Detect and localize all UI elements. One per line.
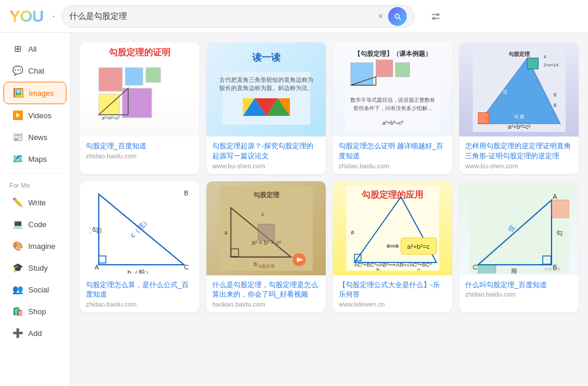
card6-svg: 勾股定理 b a c a² + b² = c² <box>216 186 316 271</box>
sidebar-item-social-label: Social <box>28 285 49 294</box>
card5-info: 勾股定理怎么算，是什么公式_百度知道 zhidao.baidu.com <box>80 275 199 313</box>
sidebar-item-add[interactable]: ➕ Add <box>4 322 66 344</box>
card2-info: 勾股定理起源？-探究勾股定理的起源写一篇议论文 www.bu-shen.com <box>206 137 326 174</box>
sidebar-item-study[interactable]: 🎓 Study <box>4 257 66 278</box>
search-input[interactable] <box>69 12 378 21</box>
main-layout: ⊞ All 💬 Chat 🖼️ Images ▶️ Videos 📰 News … <box>0 33 588 386</box>
card7-title: 【勾股定理公式大全是什么】-乐乐何答 <box>339 280 446 300</box>
sidebar-item-all[interactable]: ⊞ All <box>4 38 66 59</box>
card3-image: 【勾股定理】（课本例题） 数学不等式题目说，设设题正整数有 那些条件下，问有没有… <box>333 42 452 137</box>
svg-text:勾股定理的应用: 勾股定理的应用 <box>361 189 423 199</box>
card2-diagram-svg: 我国古代把直角三角形较短的直角边称为勾， 较长的直角边称为股。斜边称为弦。 <box>219 69 313 128</box>
image-card-2[interactable]: 读一读 我国古代把直角三角形较短的直角边称为勾， 较长的直角边称为股。斜边称为弦… <box>206 42 326 174</box>
videos-icon: ▶️ <box>12 109 24 121</box>
sidebar-item-add-label: Add <box>28 329 42 338</box>
svg-text:C: C <box>184 264 189 271</box>
svg-text:a（勾）: a（勾） <box>90 226 106 234</box>
svg-rect-35 <box>478 112 489 124</box>
svg-point-0 <box>436 14 438 15</box>
sidebar-item-videos-label: Videos <box>28 111 52 120</box>
svg-text:a²+b²=c: a²+b²=c <box>407 242 430 249</box>
svg-text:勾股定理: 勾股定理 <box>253 191 280 198</box>
header: YOU · × <box>0 0 588 33</box>
sidebar-item-imagine-label: Imagine <box>28 242 55 251</box>
image-card-5[interactable]: b（股） a（勾） c（弦） A C B 勾股定理怎么算，是什么公式_百度知道 … <box>80 181 199 313</box>
clear-icon[interactable]: × <box>377 11 383 22</box>
card4-url: www.bu-shen.com <box>465 162 573 169</box>
card5-svg: b（股） a（勾） c（弦） A C B <box>90 182 190 274</box>
image-card-8[interactable]: C B A 股 勾 弦 AI资讯网 <box>459 181 579 313</box>
sidebar-item-images[interactable]: 🖼️ Images <box>4 82 66 104</box>
svg-text:AC²+BC²=AB²⟹AB=√AC²+BC²: AC²+BC²=AB²⟹AB=√AC²+BC² <box>354 262 432 268</box>
svg-text:B: B <box>184 189 188 197</box>
svg-text:那些条件下，问有没有多少组解...: 那些条件下，问有没有多少组解... <box>353 105 432 111</box>
images-icon: 🖼️ <box>12 87 24 99</box>
sidebar-item-shop[interactable]: 🛍️ Shop <box>4 301 66 322</box>
sidebar-item-chat[interactable]: 💬 Chat <box>4 60 66 81</box>
card6-url: haokan.baidu.com <box>212 301 320 308</box>
card8-info: 什么叫勾股定理_百度知道 zhidao.baidu.com <box>459 275 579 303</box>
card6-info: 什么是勾股定理，勾股定理是怎么算出来的，你会了吗_好看视频 haokan.bai… <box>206 275 326 313</box>
svg-rect-23 <box>350 63 373 85</box>
card1-title: 勾股定理_百度知道 <box>86 141 193 151</box>
image-grid: 勾股定理的证明 a²+b²=c² <box>80 42 579 312</box>
card7-info: 【勾股定理公式大全是什么】-乐乐何答 www.lelewen.cn <box>333 275 452 313</box>
svg-text:A: A <box>95 264 99 271</box>
svg-text:A: A <box>553 193 557 200</box>
card3-svg: 【勾股定理】（课本例题） 数学不等式题目说，设设题正整数有 那些条件下，问有没有… <box>343 46 443 133</box>
svg-text:我国古代把直角三角形较短的直角边称为勾，: 我国古代把直角三角形较短的直角边称为勾， <box>219 76 313 83</box>
card4-info: 怎样用勾股定理的逆定理证明直角三角形-证明勾股定理的逆定理 www.bu-she… <box>459 137 579 174</box>
sidebar-item-news[interactable]: 📰 News <box>4 127 66 148</box>
image-card-4[interactable]: 勾股定理 勾 股 弦 a²+b²=c² 6 8 <box>459 42 579 174</box>
svg-text:勾股定理: 勾股定理 <box>508 51 530 57</box>
chat-icon: 💬 <box>12 65 24 76</box>
sidebar-item-videos[interactable]: ▶️ Videos <box>4 105 66 126</box>
image-card-6[interactable]: 勾股定理 b a c a² + b² = c² <box>206 181 326 313</box>
card1-info: 勾股定理_百度知道 zhidao.baidu.com <box>80 137 199 164</box>
sidebar-item-write[interactable]: ✏️ Write <box>4 192 66 213</box>
card2-url: www.bu-shen.com <box>212 162 320 169</box>
image-card-1[interactable]: 勾股定理的证明 a²+b²=c² <box>80 42 199 174</box>
image-card-7[interactable]: 勾股定理的应用 b c a ⟺ a²+b²=c <box>333 181 452 313</box>
code-icon: 💻 <box>12 218 24 230</box>
filter-button[interactable] <box>426 7 445 26</box>
svg-text:股: 股 <box>510 268 517 274</box>
sidebar-item-code[interactable]: 💻 Code <box>4 214 66 235</box>
sidebar-item-social[interactable]: 👥 Social <box>4 279 66 300</box>
svg-text:8: 8 <box>553 102 556 108</box>
svg-text:C: C <box>473 264 477 271</box>
card6-title: 什么是勾股定理，勾股定理是怎么算出来的，你会了吗_好看视频 <box>212 280 320 300</box>
study-icon: 🎓 <box>12 262 24 274</box>
search-bar: × <box>62 5 415 28</box>
card3-title: 勾股定理怎么证明 越详细越好_百度知道 <box>339 141 446 161</box>
card3-url: zhidao.baidu.com <box>339 162 446 169</box>
card1-diagram-svg: a²+b²=c² <box>93 62 187 121</box>
sidebar-item-maps[interactable]: 🗺️ Maps <box>4 148 66 169</box>
news-icon: 📰 <box>12 131 24 143</box>
logo: YOU <box>9 7 44 26</box>
add-icon: ➕ <box>12 327 24 339</box>
sidebar-item-study-label: Study <box>28 264 48 272</box>
sidebar-divider <box>7 173 63 174</box>
sidebar-item-imagine[interactable]: 🎨 Imagine <box>4 235 66 257</box>
search-button[interactable] <box>388 7 407 26</box>
svg-text:勾  股: 勾 股 <box>513 114 524 119</box>
card4-image: 勾股定理 勾 股 弦 a²+b²=c² 6 8 <box>459 42 579 137</box>
svg-text:较长的直角边称为股。斜边称为弦。: 较长的直角边称为股。斜边称为弦。 <box>219 85 313 91</box>
svg-text:弦: 弦 <box>503 89 507 95</box>
svg-text:a: a <box>224 229 228 235</box>
svg-rect-10 <box>122 88 152 118</box>
sidebar-item-write-label: Write <box>28 198 46 207</box>
card8-image: C B A 股 勾 弦 AI资讯网 <box>459 181 579 275</box>
card5-title: 勾股定理怎么算，是什么公式_百度知道 <box>86 280 193 300</box>
svg-text:a²+b²=c²: a²+b²=c² <box>507 124 530 130</box>
image-card-3[interactable]: 【勾股定理】（课本例题） 数学不等式题目说，设设题正整数有 那些条件下，问有没有… <box>333 42 452 174</box>
svg-text:a² + b² = c²: a² + b² = c² <box>252 239 282 246</box>
card5-image: b（股） a（勾） c（弦） A C B <box>80 181 199 275</box>
svg-rect-24 <box>376 60 393 77</box>
for-me-label: For Me <box>0 177 70 191</box>
svg-rect-8 <box>146 68 161 82</box>
svg-text:a²+b²=c²: a²+b²=c² <box>382 119 403 126</box>
svg-text:数学不等式题目说，设设题正整数有: 数学不等式题目说，设设题正整数有 <box>350 97 435 103</box>
svg-rect-25 <box>395 63 409 77</box>
